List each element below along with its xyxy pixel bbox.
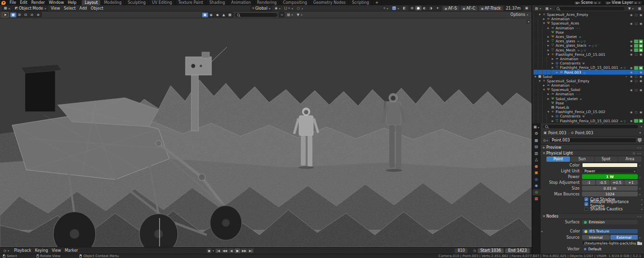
active-tool-button[interactable]: ➤ <box>2 12 9 17</box>
outliner-row-animation[interactable]: ▶≈Animation·· <box>533 17 644 21</box>
hide-in-viewport-icon[interactable]: ◉ <box>629 48 633 52</box>
vector-field[interactable]: Default <box>582 246 638 251</box>
breadcrumb-data[interactable]: Point.003 <box>575 131 594 135</box>
timeline-menu-playback[interactable]: Playback <box>12 248 33 253</box>
disable-in-renders-icon[interactable]: ▣ <box>639 44 643 48</box>
surface-node-field[interactable]: Emission <box>582 220 638 225</box>
outliner-row-aces-glass[interactable]: ▶▽Aces_glass≈◇▽◉□▣ <box>533 39 644 43</box>
expand-icon[interactable]: ▶ <box>546 97 550 101</box>
panel-physical-light[interactable]: ▼Physical Light☰ ∙∙ <box>541 150 644 156</box>
viewport-menu-view[interactable]: View <box>49 6 62 11</box>
animate-dot[interactable]: ∙ <box>638 187 642 190</box>
outliner-display-mode[interactable]: ▦▾ <box>544 6 553 11</box>
outliner-row-flashlight-fenix-ld-15-001-001[interactable]: ▶▽Flashlight_Fenix_LD_15_001.001≈▽◉□▣ <box>533 65 644 70</box>
snap-edge-icon[interactable]: ◆ <box>214 13 221 17</box>
light-type-spot[interactable]: Spot <box>594 156 618 162</box>
outliner-row-poselib[interactable]: ▤PoseLib <box>533 105 644 110</box>
expand-icon[interactable]: ▶ <box>551 119 555 123</box>
disable-in-renders-icon[interactable]: ▣ <box>639 66 643 70</box>
properties-tab-tool[interactable]: ⚙ <box>533 130 541 137</box>
disable-in-renders-icon[interactable]: ▣ <box>639 39 643 43</box>
light-type-point[interactable]: Point <box>546 156 570 162</box>
play-button[interactable]: ▶ <box>235 248 240 253</box>
outliner-row-point-003[interactable]: ▶⊙Point.003◎◉□▣ <box>533 70 644 74</box>
disable-in-viewports-icon[interactable]: □ <box>634 88 638 92</box>
properties-options-icon[interactable]: ▾ <box>641 125 642 128</box>
pin-icon[interactable]: ⌖ <box>639 131 641 135</box>
expand-icon[interactable]: ▶ <box>546 26 550 30</box>
pivot-point-selector[interactable]: ◉▾ <box>273 6 282 11</box>
source-external[interactable]: External <box>610 235 638 240</box>
light-color-swatch[interactable] <box>582 163 638 168</box>
disable-in-renders-icon[interactable]: ▣ <box>639 75 643 78</box>
viewport-search[interactable] <box>235 13 278 17</box>
size-field[interactable]: 0.01 m <box>582 186 638 191</box>
disable-in-viewports-icon[interactable]: □ <box>634 13 638 17</box>
options-dropdown[interactable]: Options▾ <box>509 12 530 17</box>
shading-dropdown-icon[interactable]: ▾ <box>434 6 441 11</box>
expand-icon[interactable]: ▶ <box>551 65 555 70</box>
select-mode-intersect-icon[interactable]: ⊗ <box>35 13 41 17</box>
outliner-filter-dropdown[interactable]: ▼▾ <box>627 6 635 11</box>
frame-end-field[interactable]: End1423 <box>505 248 530 253</box>
button-af-c[interactable]: ▣AF-C <box>460 6 478 11</box>
hide-in-viewport-icon[interactable]: ◉ <box>629 22 633 26</box>
viewport-menu-object[interactable]: Object <box>89 6 105 11</box>
properties-tab-object[interactable]: ▣ <box>533 169 541 176</box>
properties-tab-physics[interactable]: ◎ <box>533 176 541 183</box>
new-collection-button[interactable]: ▦ <box>636 6 643 11</box>
blender-logo-icon[interactable] <box>1 1 6 5</box>
object-type-visibility-dropdown[interactable]: ▤▾ <box>285 12 295 17</box>
checkbox-shadow-caustics[interactable] <box>584 207 588 211</box>
disable-in-viewports-icon[interactable]: □ <box>634 52 638 56</box>
hide-in-viewport-icon[interactable]: ◉ <box>629 66 633 70</box>
menu-help[interactable]: Help <box>66 0 78 5</box>
stop-button--1[interactable]: +1 <box>624 180 638 185</box>
outliner-row-spacesuit-sokol-empty[interactable]: ▼+Spacesuit_Sokol_Empty◉□▣ <box>533 79 644 83</box>
menu-window[interactable]: Window <box>47 0 66 5</box>
overlays-toggle[interactable]: ◫▾ <box>391 6 401 11</box>
properties-tab-scene[interactable]: △ <box>533 156 541 163</box>
mode-selector[interactable]: ◩Object Mode▾ <box>13 6 48 11</box>
new-view-layer-icon[interactable]: ⊞ <box>634 1 637 4</box>
viewport-canvas[interactable] <box>0 18 532 247</box>
expand-icon[interactable]: ▶ <box>555 70 559 75</box>
filter-dropdown[interactable]: ▼▾ <box>296 12 304 17</box>
disable-in-viewports-icon[interactable]: □ <box>634 75 638 78</box>
close-view-layer-icon[interactable]: × <box>638 1 641 4</box>
animate-dot[interactable]: ∙ <box>638 164 642 167</box>
outliner-row-aces-mesh[interactable]: ▶▽Aces_Mesh≈◇▽◉□▣ <box>533 48 644 52</box>
collapse-icon[interactable]: ▼ <box>546 52 550 57</box>
jump-start-button[interactable]: |◀ <box>215 248 221 253</box>
disable-in-renders-icon[interactable]: ▣ <box>639 48 643 52</box>
properties-tab-world[interactable]: ● <box>533 163 541 170</box>
add-workspace-button[interactable]: + <box>372 0 382 5</box>
proportional-editing-icon[interactable]: ○∧ <box>296 6 305 11</box>
sidebar-collapse-icon[interactable]: ◂ <box>526 20 530 24</box>
button-af-s[interactable]: ▣AF-S <box>442 6 459 11</box>
select-mode-subtract-icon[interactable]: ⊟ <box>23 13 29 17</box>
disable-in-renders-icon[interactable]: ▣ <box>639 119 643 123</box>
jump-end-button[interactable]: ▶| <box>248 248 254 253</box>
outliner-row-aces-skelet[interactable]: ▶ΨAces_Skelet≈ <box>533 35 644 39</box>
outliner-row-spacesuit-sokol[interactable]: ▼ΨSpacesuit_Sokol◉□▣ <box>533 88 644 92</box>
xray-toggle[interactable]: ◧ <box>401 6 408 11</box>
workspace-tab-geometry-nodes[interactable]: Geometry Nodes <box>310 0 349 5</box>
workspace-tab-scripting[interactable]: Scripting <box>349 0 372 5</box>
expand-icon[interactable]: ▶ <box>546 39 550 43</box>
collapse-icon[interactable]: ▼ <box>546 110 550 114</box>
properties-tab-render[interactable]: ▦ <box>533 137 541 144</box>
expand-icon[interactable]: ▶ <box>546 43 550 48</box>
editor-type-button[interactable]: ▦▾ <box>2 6 12 11</box>
timeline-menu-view[interactable]: View <box>50 248 63 253</box>
stop-button--1[interactable]: -1 <box>582 180 595 185</box>
properties-tab-constraints[interactable]: ◉ <box>533 182 541 189</box>
disable-in-renders-icon[interactable]: ▣ <box>639 110 643 114</box>
outliner-row-pose[interactable]: ΨPose <box>533 30 644 35</box>
disable-in-viewports-icon[interactable]: □ <box>634 70 638 74</box>
menu-edit[interactable]: Edit <box>18 0 29 5</box>
timeline-editor-type-button[interactable]: ◷▾ <box>2 248 11 253</box>
ies-file-path-field[interactable]: //textures/ies-lights-pack/display.ies <box>582 241 636 245</box>
workspace-tab-animation[interactable]: Animation <box>228 0 254 5</box>
menu-render[interactable]: Render <box>29 0 47 5</box>
